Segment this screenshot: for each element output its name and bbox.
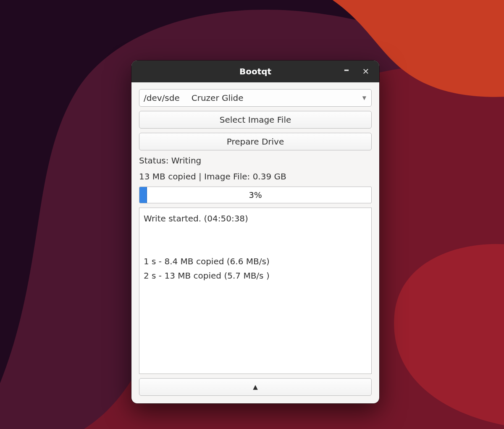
progress-bar: 3%: [139, 187, 372, 203]
window-controls: – ✕: [341, 61, 375, 82]
status-detail: 13 MB copied | Image File: 0.39 GB: [139, 171, 372, 182]
close-button[interactable]: ✕: [361, 66, 371, 76]
status-line: Status: Writing: [139, 155, 372, 166]
window-body: /dev/sde Cruzer Glide ▼ Select Image Fil…: [131, 82, 379, 403]
select-image-label: Select Image File: [220, 115, 291, 125]
chevron-down-icon: ▼: [362, 95, 366, 101]
titlebar[interactable]: Bootqt – ✕: [131, 61, 379, 82]
minimize-button[interactable]: –: [341, 65, 352, 75]
chevron-up-icon: ▲: [253, 383, 258, 391]
collapse-log-button[interactable]: ▲: [139, 378, 372, 396]
app-window: Bootqt – ✕ /dev/sde Cruzer Glide ▼ Selec…: [131, 61, 379, 403]
log-output[interactable]: Write started. (04:50:38) 1 s - 8.4 MB c…: [139, 208, 372, 374]
window-title: Bootqt: [239, 66, 271, 76]
prepare-drive-label: Prepare Drive: [227, 137, 284, 147]
prepare-drive-button[interactable]: Prepare Drive: [139, 133, 372, 150]
drive-device: /dev/sde: [144, 93, 180, 103]
select-image-button[interactable]: Select Image File: [139, 111, 372, 129]
desktop: Bootqt – ✕ /dev/sde Cruzer Glide ▼ Selec…: [0, 0, 504, 429]
drive-label: Cruzer Glide: [192, 93, 244, 103]
progress-label: 3%: [139, 187, 371, 203]
drive-select[interactable]: /dev/sde Cruzer Glide ▼: [139, 89, 372, 107]
